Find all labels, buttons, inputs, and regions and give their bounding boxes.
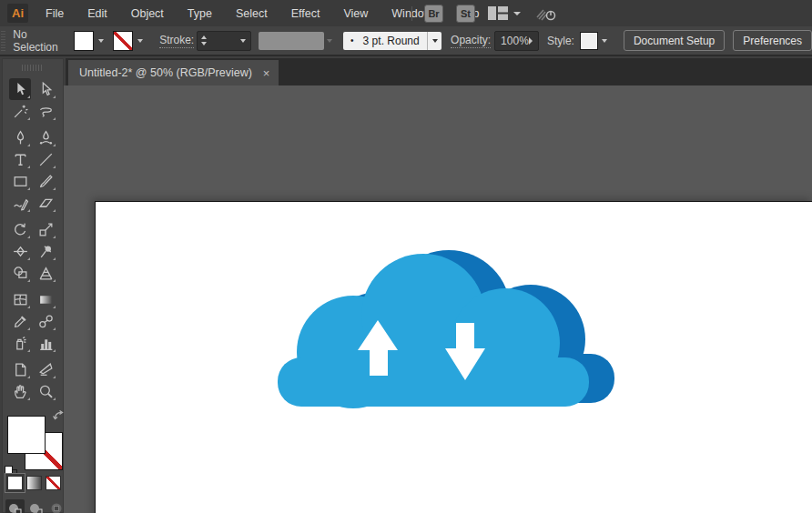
tool-pen[interactable] (9, 126, 31, 148)
tool-shape-builder[interactable] (9, 262, 31, 284)
tool-column-graph[interactable] (35, 332, 56, 354)
tool-hand[interactable] (9, 380, 31, 402)
fill-dropdown-chevron-icon[interactable] (94, 31, 107, 51)
tool-selection[interactable] (9, 78, 31, 100)
paintbrush-icon (37, 173, 55, 190)
tool-rectangle[interactable] (9, 170, 31, 192)
tool-blend[interactable] (35, 310, 56, 332)
tool-paintbrush[interactable] (35, 170, 56, 192)
swap-fill-stroke-icon[interactable] (52, 408, 65, 420)
opacity-label[interactable]: Opacity: (451, 34, 491, 48)
stroke-dropdown-chevron-icon[interactable] (133, 31, 147, 51)
draw-inside-button[interactable] (47, 499, 66, 513)
menu-item-effect[interactable]: Effect (279, 1, 332, 26)
tool-slice[interactable] (35, 358, 56, 380)
tool-type[interactable] (9, 148, 31, 170)
menu-item-object[interactable]: Object (119, 1, 176, 26)
brush-definition-value[interactable]: • 3 pt. Round (343, 32, 427, 50)
gradient-button[interactable] (26, 476, 42, 490)
tool-row (3, 310, 63, 332)
fill-indicator[interactable] (7, 416, 46, 454)
tool-row (3, 262, 63, 284)
stroke-weight-stepper[interactable] (198, 33, 210, 49)
scale-icon (37, 221, 55, 238)
document-tab[interactable]: Untitled-2* @ 50% (RGB/Preview) × (68, 60, 279, 86)
opacity-value[interactable]: 100% (501, 35, 529, 47)
stroke-weight-combo[interactable] (197, 31, 250, 51)
color-button[interactable] (7, 476, 23, 490)
opacity-arrow-icon[interactable] (529, 37, 533, 45)
bridge-button[interactable]: Br (424, 5, 443, 23)
style-swatch[interactable] (580, 32, 598, 50)
document-tab-bar: « Untitled-2* @ 50% (RGB/Preview) × (0, 56, 812, 86)
stroke-none-swatch[interactable] (113, 31, 133, 51)
tool-magic-wand[interactable] (9, 100, 31, 122)
style-chevron-icon[interactable] (598, 31, 612, 51)
control-bar: No Selection Stroke: • 3 pt. Round Opaci… (0, 26, 812, 56)
stroke-color-control[interactable] (113, 31, 147, 51)
pen-icon (12, 129, 29, 146)
menu-item-edit[interactable]: Edit (76, 1, 119, 26)
artboard-icon (12, 361, 29, 378)
panel-grip[interactable] (22, 65, 44, 71)
draw-behind-button[interactable] (26, 499, 46, 513)
tool-zoom[interactable] (35, 380, 56, 402)
tool-scale[interactable] (35, 218, 56, 240)
none-button[interactable] (46, 476, 61, 490)
opacity-field[interactable]: 100% (494, 31, 539, 51)
artboard[interactable] (96, 202, 812, 513)
close-tab-icon[interactable]: × (263, 67, 270, 79)
tool-rotate[interactable] (9, 218, 31, 240)
menu-item-type[interactable]: Type (176, 1, 224, 26)
draw-normal-button[interactable] (5, 499, 25, 513)
tool-curvature[interactable] (35, 126, 56, 148)
tools-panel (2, 58, 64, 513)
menu-separator (411, 6, 412, 21)
menu-item-select[interactable]: Select (224, 1, 279, 26)
menu-item-file[interactable]: File (34, 1, 76, 26)
tool-artboard[interactable] (9, 358, 31, 380)
stock-button[interactable]: St (456, 5, 475, 23)
tool-symbol-sprayer[interactable] (9, 332, 31, 354)
stroke-weight-label[interactable]: Stroke: (159, 34, 194, 48)
tool-lasso[interactable] (35, 100, 56, 122)
tool-puppet-warp[interactable] (35, 240, 56, 262)
style-control[interactable] (580, 31, 612, 51)
tool-eraser[interactable] (35, 192, 56, 214)
tool-width[interactable] (9, 240, 31, 262)
chevron-down-icon (513, 12, 521, 15)
blend-icon (37, 313, 55, 330)
app-logo: Ai (7, 4, 28, 23)
stroke-weight-chevron-icon[interactable] (237, 31, 250, 51)
preferences-button[interactable]: Preferences (733, 30, 812, 51)
tool-row (3, 192, 63, 214)
tool-row (3, 78, 63, 100)
workspace-switcher[interactable] (488, 6, 521, 20)
control-bar-grip[interactable] (1, 30, 5, 51)
tool-eyedropper[interactable] (9, 310, 31, 332)
tool-shaper[interactable] (9, 192, 31, 214)
draw-normal-icon (7, 502, 23, 513)
brush-definition-dropdown[interactable]: • 3 pt. Round (343, 32, 442, 50)
gpu-performance-button[interactable] (535, 5, 559, 22)
brush-chevron-icon[interactable] (427, 32, 442, 50)
document-setup-button[interactable]: Document Setup (624, 30, 725, 51)
menu-item-view[interactable]: View (331, 1, 380, 26)
rectangle-icon (12, 173, 29, 190)
canvas-area[interactable] (64, 86, 812, 513)
tool-mesh[interactable] (9, 288, 31, 310)
tool-gradient[interactable] (35, 288, 56, 310)
tool-line-segment[interactable] (35, 148, 56, 170)
hand-icon (12, 383, 29, 400)
drawing-mode-buttons (5, 499, 66, 513)
zoom-icon (37, 383, 55, 400)
tools-grid (3, 78, 63, 402)
tool-direct-selection[interactable] (35, 78, 56, 100)
tool-row (3, 380, 63, 402)
fill-swatch[interactable] (74, 31, 94, 51)
shaper-icon (12, 195, 29, 212)
tool-perspective-grid[interactable] (35, 262, 56, 284)
fill-color-control[interactable] (74, 31, 107, 51)
cloud-artwork[interactable] (276, 247, 622, 413)
rotate-icon (12, 221, 29, 238)
